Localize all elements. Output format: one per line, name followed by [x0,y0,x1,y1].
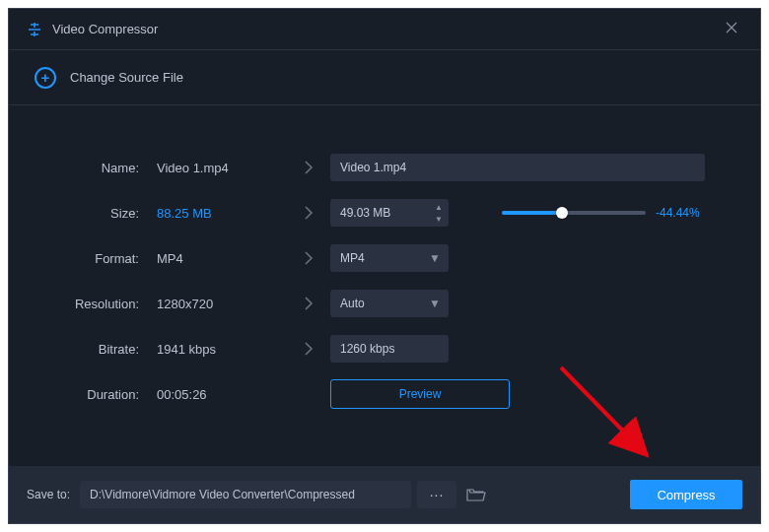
label-size: Size: [35,206,139,221]
value-resolution: 1280x720 [139,297,287,311]
value-bitrate: 1941 kbps [139,342,287,357]
row-size: Size: 88.25 MB ▲ ▼ -44 [35,190,734,235]
format-dropdown[interactable]: MP4 ▼ [330,244,449,272]
value-format: MP4 [139,251,287,266]
form-area: Name: Video 1.mp4 Size: 88.25 MB ▲ [9,105,760,466]
size-slider-thumb[interactable] [556,207,568,219]
change-source-row: + Change Source File [9,50,760,105]
size-percent: -44.44% [656,206,711,220]
bottombar: Save to: D:\Vidmore\Vidmore Video Conver… [9,466,760,523]
resolution-dropdown[interactable]: Auto ▼ [330,290,449,317]
size-step-down[interactable]: ▼ [431,213,447,225]
compress-button[interactable]: Compress [630,480,742,509]
window-title: Video Compressor [52,22,721,36]
row-duration: Duration: 00:05:26 Preview [35,371,734,417]
label-resolution: Resolution: [35,297,139,311]
chevron-right-icon [287,296,330,311]
size-step-up[interactable]: ▲ [431,201,447,213]
chevron-right-icon [287,250,330,266]
add-icon[interactable]: + [35,67,56,89]
change-source-label[interactable]: Change Source File [70,70,183,85]
row-resolution: Resolution: 1280x720 Auto ▼ [35,281,734,326]
size-spinner: ▲ ▼ [330,199,449,227]
format-dropdown-value: MP4 [340,251,365,265]
resolution-dropdown-value: Auto [340,297,365,310]
save-path[interactable]: D:\Vidmore\Vidmore Video Converter\Compr… [80,481,411,508]
size-slider[interactable] [502,211,646,215]
chevron-right-icon [287,341,330,357]
chevron-right-icon [287,205,330,221]
path-more-button[interactable]: ··· [417,481,456,508]
label-duration: Duration: [35,387,139,402]
value-duration: 00:05:26 [139,387,287,402]
bitrate-target: 1260 kbps [330,335,449,363]
row-bitrate: Bitrate: 1941 kbps 1260 kbps [35,326,734,371]
app-window: Video Compressor + Change Source File Na… [8,8,761,524]
open-folder-icon[interactable] [466,487,486,502]
preview-button[interactable]: Preview [330,379,510,409]
save-to-label: Save to: [27,488,70,501]
value-size: 88.25 MB [139,206,287,221]
caret-down-icon: ▼ [429,297,441,310]
label-format: Format: [35,251,139,266]
size-slider-fill [502,211,562,215]
label-bitrate: Bitrate: [35,342,139,357]
app-icon [27,22,42,37]
row-name: Name: Video 1.mp4 [35,145,734,190]
value-name: Video 1.mp4 [139,161,287,175]
titlebar: Video Compressor [9,9,760,50]
label-name: Name: [35,161,139,175]
name-input[interactable] [330,154,705,181]
chevron-right-icon [287,160,330,175]
close-button[interactable] [721,17,742,41]
row-format: Format: MP4 MP4 ▼ [35,235,734,281]
caret-down-icon: ▼ [429,251,441,265]
